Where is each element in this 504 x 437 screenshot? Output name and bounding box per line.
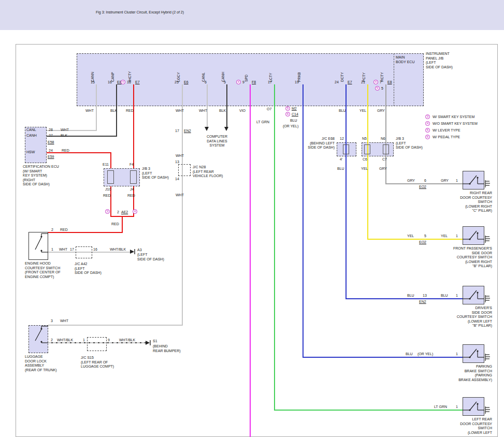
pin-number: 14 <box>175 177 179 182</box>
pin-number: 2 <box>117 210 119 215</box>
wire-hsw-horizontal <box>47 152 111 153</box>
ground-icon <box>485 353 491 361</box>
wire-color-label: RED <box>126 109 134 113</box>
pin-number: 1 <box>456 179 458 183</box>
connector-ref: E8 <box>387 80 392 85</box>
ground-icon <box>485 235 491 243</box>
pin-label-ihcty: IHCTY <box>128 58 133 82</box>
pin-number: 1 <box>83 338 85 343</box>
pin-number: 24 <box>49 149 53 153</box>
jb3-right-caption: J/B 3 (LEFT SIDE OF DASH) <box>396 137 423 150</box>
variant-marker: 5 <box>285 106 290 111</box>
legend-marker: 6 <box>425 135 430 139</box>
wire-spd-vertical <box>250 84 251 437</box>
front-passenger-door-switch-icon <box>463 226 484 245</box>
wire-canp-horizontal <box>47 136 117 137</box>
instrument-panel-jb-label: INSTRUMENT PANEL J/B (LEFT SIDE OF DASH) <box>426 52 453 69</box>
data-line-arrow-icon <box>224 127 228 131</box>
wire-dcty-vertical <box>345 84 347 299</box>
cert-pin-label: HSW <box>26 150 35 155</box>
wire-color-label: WHT/BLK <box>110 247 126 252</box>
pin-number: 9 <box>242 80 244 85</box>
parking-brake-switch-icon <box>463 344 484 363</box>
s1-ground-point-icon <box>145 340 151 346</box>
wire-color-label: WHT <box>59 247 67 252</box>
wire-pcty-horizontal <box>367 239 463 240</box>
connector-ref: E7 <box>348 80 352 85</box>
pin-number: 19 <box>295 80 299 85</box>
pin-label-canh: CANH <box>221 58 226 82</box>
pin-number: 15 <box>91 80 95 85</box>
jb3-left-caption: J/B 3 (LEFT SIDE OF DASH) <box>142 167 169 180</box>
wire-color-label: BLK <box>110 109 117 113</box>
pin-label-canl: CANL <box>201 58 207 82</box>
cert-pin-label: CANL <box>26 128 36 133</box>
right-rear-door-switch-caption: RIGHT REAR DOOR COURTESY SWITCH (LOWER R… <box>434 191 492 213</box>
right-rear-door-switch-icon <box>463 171 484 190</box>
wire-color-label: YEL <box>407 234 414 239</box>
figure-header <box>0 0 504 30</box>
ground-point-label: A3 <box>137 248 142 253</box>
wire-color-label: GRY <box>441 179 449 183</box>
ground-point-caption: (BEHIND REAR BUMPER) <box>153 344 181 353</box>
ground-icon <box>485 406 491 414</box>
wire-color-label: BLK <box>61 134 67 138</box>
pin-number: 1 <box>51 247 53 252</box>
connector-ref: M2 <box>292 107 297 111</box>
wire-lgcy-horizontal <box>48 325 182 326</box>
wire-color-label: LT GRN <box>256 120 269 125</box>
lcty-code-label: O7 <box>267 107 271 112</box>
pin-label-rcty: RCTY <box>380 58 385 82</box>
pin-number: 1 <box>456 234 458 239</box>
wire-color-label: WHT <box>176 154 184 158</box>
wire-lgcy-vertical <box>182 84 183 326</box>
wire-color-label: (OR YEL) <box>283 124 298 129</box>
wire-cann-vertical <box>96 84 97 131</box>
connector-ref: C7 <box>382 157 387 162</box>
wire-color-label: RED <box>60 228 68 232</box>
wire-color-label: LT GRN <box>434 405 447 410</box>
pin-number: 2 <box>51 338 53 343</box>
wire-color-label: YEL <box>359 109 366 113</box>
pin-number: 24 <box>335 80 339 85</box>
wire-color-label: WHT <box>61 128 69 133</box>
pin-number: 6 <box>205 80 207 85</box>
pin-label-spd: SPD <box>244 58 250 82</box>
wire-hood-red <box>48 232 123 233</box>
connector-ref: E59 <box>48 155 54 159</box>
jc-n28-caption: J/C N28 (LEFT REAR VEHICLE FLOOR) <box>193 165 223 179</box>
wire-color-label: (OR YEL) <box>417 352 433 357</box>
pin-number: 16 <box>127 80 131 85</box>
cert-pin-label: CANH <box>26 134 37 138</box>
pin-label-cann: CANN <box>91 58 96 82</box>
wire-color-label: RED <box>111 222 119 227</box>
pin-label-prkb: PRKB <box>297 58 303 82</box>
connector-ref: E11 <box>103 163 109 167</box>
jc-s15-caption: J/C S15 (LEFT REAR OF LUGGAGE COMPT) <box>81 356 114 369</box>
parking-brake-switch-caption: PARKING BRAKE SWITCH (PARKING BRAKE ASSE… <box>434 365 492 382</box>
connector-ref: N5 <box>362 137 367 141</box>
jb3-left-pinrect-1 <box>107 170 114 184</box>
figure-title: Fig 3: Instrument Cluster Circuit, Excep… <box>96 10 184 15</box>
cert-ecu-caption: CERTIFICATION ECU (W/ SMART KEY SYSTEM) … <box>23 165 59 187</box>
wire-lcty-horizontal <box>274 410 463 411</box>
wire-canh-vertical <box>226 84 227 128</box>
connector-ref: AE2 <box>121 210 128 215</box>
connector-ref: EO2 <box>419 240 426 245</box>
wire-color-label: VIO <box>239 109 246 113</box>
pin-label-lgcy: LGCY <box>177 58 182 82</box>
pin-number: 2 <box>51 228 53 232</box>
connector-ref: EN2 <box>419 300 426 304</box>
wire-color-label: RED <box>62 149 69 153</box>
wire-color-label: YEL <box>441 234 448 239</box>
jb3-right-pinrect-1 <box>364 144 370 154</box>
pin-number: 1 <box>456 405 458 410</box>
ground-icon <box>485 295 491 303</box>
wire-lcty-vertical <box>274 84 275 411</box>
wire-color-label: YEL <box>361 167 368 171</box>
connector-ref: EO2 <box>419 185 426 190</box>
connector-ref: E6 <box>184 80 189 85</box>
connector-ref: J4 <box>130 187 134 192</box>
jc-a42-box <box>76 246 92 258</box>
pin-number: 16 <box>93 247 97 252</box>
